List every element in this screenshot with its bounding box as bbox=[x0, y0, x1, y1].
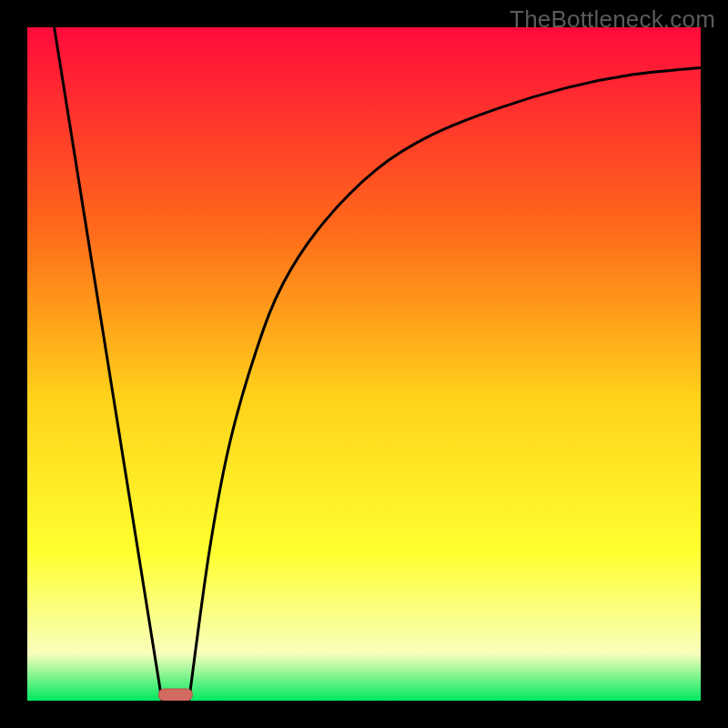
chart-frame: TheBottleneck.com bbox=[0, 0, 728, 728]
watermark-text: TheBottleneck.com bbox=[510, 5, 715, 34]
bottleneck-chart bbox=[27, 27, 701, 701]
gradient-background bbox=[27, 27, 701, 701]
optimum-marker bbox=[158, 689, 192, 701]
